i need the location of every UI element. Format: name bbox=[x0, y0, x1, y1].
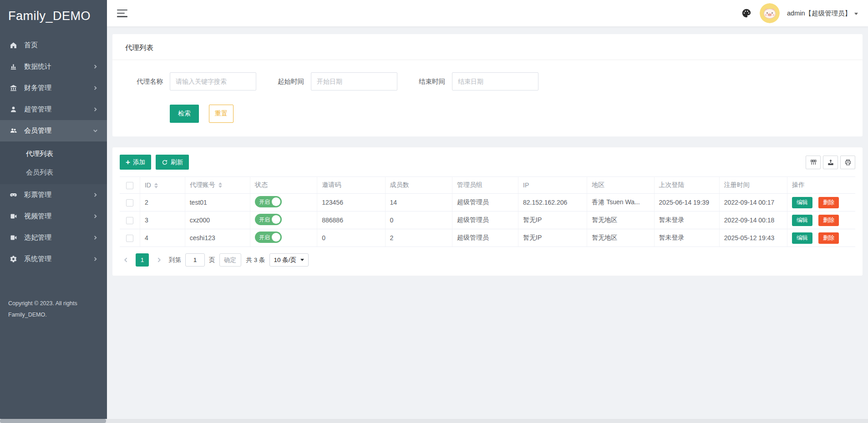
end-time-label: 结束时间 bbox=[419, 77, 445, 86]
table-card: + 添加 刷新 bbox=[112, 147, 863, 276]
delete-button[interactable]: 删除 bbox=[818, 197, 839, 208]
edit-button[interactable]: 编辑 bbox=[792, 215, 812, 226]
user-avatar[interactable] bbox=[760, 3, 780, 23]
cell-register-time: 2022-09-14 00:18 bbox=[719, 212, 787, 229]
sidebar-item[interactable]: 系统管理 bbox=[0, 248, 107, 270]
cell-ip: 暂无IP bbox=[518, 229, 587, 247]
delete-button[interactable]: 删除 bbox=[818, 232, 839, 244]
video-icon bbox=[9, 234, 17, 242]
home-icon bbox=[9, 41, 17, 50]
page-size-select[interactable]: 10 条/页 bbox=[269, 253, 309, 267]
sidebar-item-label: 会员管理 bbox=[24, 126, 93, 135]
sidebar-item-label: 首页 bbox=[24, 41, 98, 50]
edit-button[interactable]: 编辑 bbox=[792, 232, 812, 244]
select-all-checkbox[interactable] bbox=[126, 182, 133, 189]
table-header-row: ID代理账号状态邀请码成员数管理员组IP地区上次登陆注册时间操作 bbox=[120, 177, 855, 194]
status-toggle[interactable]: 开启 bbox=[255, 196, 282, 207]
menu-toggle-icon[interactable] bbox=[117, 10, 127, 17]
sidebar-subitem[interactable]: 会员列表 bbox=[0, 163, 107, 181]
user-label: admin【超级管理员】 bbox=[787, 9, 851, 18]
caret-down-icon bbox=[854, 13, 858, 15]
status-toggle-knob bbox=[272, 233, 280, 242]
sidebar-item[interactable]: 数据统计 bbox=[0, 56, 107, 77]
user-menu[interactable]: admin【超级管理员】 bbox=[787, 9, 858, 18]
cell-region: 香港 Tsuen Wa... bbox=[587, 194, 654, 212]
goto-confirm-button[interactable]: 确定 bbox=[219, 253, 241, 267]
sidebar-item[interactable]: 会员管理 bbox=[0, 120, 107, 141]
search-button[interactable]: 检索 bbox=[170, 105, 199, 123]
goto-prefix: 到第 bbox=[169, 256, 181, 264]
refresh-button[interactable]: 刷新 bbox=[156, 155, 189, 170]
sidebar-item[interactable]: 视频管理 bbox=[0, 206, 107, 227]
export-icon[interactable] bbox=[823, 156, 838, 169]
status-toggle[interactable]: 开启 bbox=[255, 232, 282, 243]
column-header: 成员数 bbox=[385, 177, 452, 194]
sidebar-item[interactable]: 首页 bbox=[0, 35, 107, 56]
sidebar-item-label: 视频管理 bbox=[24, 212, 93, 221]
sidebar: Family_DEMO 首页数据统计财务管理超管管理会员管理代理列表会员列表彩票… bbox=[0, 0, 107, 423]
cell-id: 2 bbox=[140, 194, 185, 212]
cell-register-time: 2022-09-14 00:17 bbox=[719, 194, 787, 212]
cell-admin-group: 超级管理员 bbox=[452, 229, 518, 247]
sort-icon[interactable] bbox=[218, 182, 222, 188]
app-logo: Family_DEMO bbox=[0, 0, 107, 32]
delete-button[interactable]: 删除 bbox=[818, 215, 839, 226]
theme-palette-icon[interactable] bbox=[741, 7, 752, 19]
agent-name-label: 代理名称 bbox=[137, 77, 163, 86]
status-toggle-knob bbox=[272, 215, 280, 224]
columns-icon[interactable] bbox=[806, 156, 821, 169]
column-header: IP bbox=[518, 177, 587, 194]
chevron-right-icon[interactable] bbox=[153, 254, 165, 267]
cell-id: 4 bbox=[140, 229, 185, 247]
chevron-right-icon bbox=[93, 64, 98, 69]
column-header: 上次登陆 bbox=[654, 177, 719, 194]
row-checkbox[interactable] bbox=[126, 217, 133, 224]
edit-button[interactable]: 编辑 bbox=[792, 197, 812, 208]
sidebar-item-label: 彩票管理 bbox=[24, 191, 93, 199]
top-header: admin【超级管理员】 bbox=[107, 0, 868, 26]
end-date-input[interactable] bbox=[452, 72, 538, 91]
video-icon bbox=[9, 212, 17, 221]
cell-ip: 暂无IP bbox=[518, 212, 587, 229]
row-checkbox[interactable] bbox=[126, 235, 133, 242]
chevron-left-icon[interactable] bbox=[120, 254, 132, 267]
column-header[interactable]: 代理账号 bbox=[185, 177, 250, 194]
sidebar-item[interactable]: 选妃管理 bbox=[0, 227, 107, 248]
agent-name-input[interactable] bbox=[170, 72, 256, 91]
sidebar-item[interactable]: 超管管理 bbox=[0, 99, 107, 120]
column-header: 管理员组 bbox=[452, 177, 518, 194]
sidebar-item[interactable]: 财务管理 bbox=[0, 77, 107, 99]
scrollbar-thumb[interactable] bbox=[0, 419, 106, 423]
finance-icon bbox=[9, 84, 17, 92]
start-date-input[interactable] bbox=[311, 72, 397, 91]
cell-last-login: 2025-06-14 19:39 bbox=[654, 194, 719, 212]
cell-account: test01 bbox=[185, 194, 250, 212]
status-toggle[interactable]: 开启 bbox=[255, 214, 282, 225]
print-icon[interactable] bbox=[840, 156, 855, 169]
pagination: 1 到第 页 确定 共 3 条 10 条/页 bbox=[120, 253, 855, 267]
sidebar-submenu: 代理列表会员列表 bbox=[0, 141, 107, 184]
chevron-right-icon bbox=[93, 214, 98, 219]
copyright: Copyright © 2023. All rights Family_DEMO… bbox=[0, 298, 107, 321]
row-checkbox[interactable] bbox=[126, 199, 133, 206]
sidebar-item[interactable]: 彩票管理 bbox=[0, 184, 107, 206]
refresh-icon bbox=[162, 159, 168, 166]
cell-member-count: 0 bbox=[385, 212, 452, 229]
sort-icon[interactable] bbox=[154, 183, 158, 188]
cell-admin-group: 超级管理员 bbox=[452, 212, 518, 229]
page-number-button[interactable]: 1 bbox=[136, 253, 149, 267]
chart-icon bbox=[9, 63, 17, 71]
column-header: 邀请码 bbox=[317, 177, 385, 194]
reset-button[interactable]: 重置 bbox=[209, 105, 233, 123]
column-header: 地区 bbox=[587, 177, 654, 194]
goto-page-input[interactable] bbox=[185, 253, 205, 267]
chevron-right-icon bbox=[93, 192, 98, 197]
chevron-down-icon bbox=[300, 259, 304, 261]
add-button[interactable]: + 添加 bbox=[120, 155, 151, 170]
column-header: 状态 bbox=[250, 177, 317, 194]
column-header[interactable]: ID bbox=[140, 177, 185, 194]
sidebar-subitem[interactable]: 代理列表 bbox=[0, 144, 107, 163]
cell-region: 暂无地区 bbox=[587, 229, 654, 247]
table-row: 4 ceshi123 开启 0 2 超级管理员 暂无IP 暂无地区 暂未登录 2… bbox=[120, 229, 855, 247]
members-icon bbox=[9, 127, 17, 135]
